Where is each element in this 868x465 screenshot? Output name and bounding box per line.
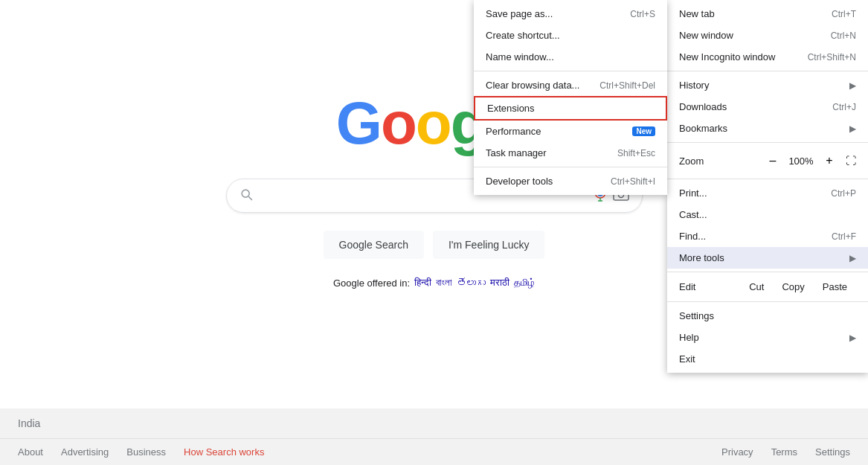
menu-new-incognito-label: New Incognito window — [679, 51, 775, 62]
menu-find-label: Find... — [679, 231, 706, 242]
footer-privacy[interactable]: Privacy — [721, 446, 753, 458]
submenu-task-manager[interactable]: Task manager Shift+Esc — [474, 142, 667, 164]
submenu-clear-browsing-shortcut: Ctrl+Shift+Del — [599, 80, 655, 91]
edit-buttons: Cut Copy Paste — [740, 278, 856, 295]
submenu-create-shortcut[interactable]: Create shortcut... — [474, 25, 667, 46]
logo-o1: o — [381, 90, 416, 156]
menu-new-window-label: New window — [679, 30, 733, 41]
menu-new-tab[interactable]: New tab Ctrl+T — [667, 3, 868, 25]
menu-new-incognito[interactable]: New Incognito window Ctrl+Shift+N — [667, 46, 868, 68]
offered-in: Google offered in: हिन्दी বাংলা తెలుగు म… — [333, 277, 535, 289]
menu-more-tools[interactable]: More tools ▶ — [667, 247, 868, 269]
google-search-button[interactable]: Google Search — [324, 231, 424, 259]
menu-bookmarks[interactable]: Bookmarks ▶ — [667, 118, 868, 139]
submenu-developer-tools-label: Developer tools — [486, 176, 553, 187]
menu-downloads-shortcut: Ctrl+J — [832, 102, 856, 112]
feeling-lucky-button[interactable]: I'm Feeling Lucky — [433, 231, 545, 259]
edit-copy-button[interactable]: Copy — [773, 278, 813, 295]
footer-about[interactable]: About — [18, 446, 43, 458]
lang-tamil[interactable]: தமிழ் — [514, 277, 535, 289]
footer-terms[interactable]: Terms — [771, 446, 797, 458]
zoom-fullscreen-button[interactable]: ⛶ — [846, 155, 856, 167]
zoom-value: 100% — [786, 155, 816, 167]
lang-hindi[interactable]: हिन्दी — [414, 277, 431, 289]
menu-new-incognito-shortcut: Ctrl+Shift+N — [808, 52, 856, 62]
offered-in-text: Google offered in: — [333, 278, 410, 289]
menu-history-arrow: ▶ — [849, 80, 856, 91]
menu-settings[interactable]: Settings — [667, 305, 868, 327]
footer-links: About Advertising Business How Search wo… — [0, 439, 868, 465]
menu-bookmarks-arrow: ▶ — [849, 124, 856, 134]
menu-print[interactable]: Print... Ctrl+P — [667, 182, 868, 204]
footer-left-links: About Advertising Business How Search wo… — [18, 446, 264, 458]
menu-new-tab-label: New tab — [679, 8, 715, 19]
menu-edit-row: Edit Cut Copy Paste — [667, 275, 868, 298]
submenu-clear-browsing[interactable]: Clear browsing data... Ctrl+Shift+Del — [474, 74, 667, 96]
menu-more-tools-label: More tools — [679, 252, 724, 263]
submenu-performance-label: Performance — [486, 126, 541, 137]
menu-find-shortcut: Ctrl+F — [832, 231, 856, 242]
lang-telugu[interactable]: తెలుగు — [457, 278, 486, 289]
menu-exit[interactable]: Exit — [667, 348, 868, 370]
edit-paste-button[interactable]: Paste — [814, 278, 856, 295]
menu-downloads[interactable]: Downloads Ctrl+J — [667, 96, 868, 118]
footer-right-links: Privacy Terms Settings — [721, 446, 850, 458]
footer-advertising[interactable]: Advertising — [61, 446, 109, 458]
menu-edit-label: Edit — [679, 281, 740, 292]
search-icon — [239, 187, 254, 205]
menu-zoom-row: Zoom – 100% + ⛶ — [667, 146, 868, 176]
submenu-divider1 — [474, 71, 667, 71]
menu-new-tab-shortcut: Ctrl+T — [832, 9, 856, 19]
zoom-controls: – 100% + ⛶ — [762, 150, 856, 171]
footer-country: India — [0, 408, 868, 439]
submenu-performance[interactable]: Performance New — [474, 121, 667, 142]
submenu-create-shortcut-label: Create shortcut... — [486, 30, 560, 41]
logo-o2: o — [416, 90, 451, 156]
menu-print-shortcut: Ctrl+P — [831, 188, 856, 199]
lang-bengali[interactable]: বাংলা — [436, 277, 452, 289]
menu-divider2 — [667, 142, 868, 143]
submenu-task-manager-shortcut: Shift+Esc — [617, 148, 655, 158]
menu-exit-label: Exit — [679, 353, 695, 365]
menu-find[interactable]: Find... Ctrl+F — [667, 225, 868, 247]
submenu-clear-browsing-label: Clear browsing data... — [486, 80, 579, 91]
menu-help-arrow: ▶ — [849, 333, 856, 343]
menu-history-label: History — [679, 80, 709, 91]
menu-help[interactable]: Help ▶ — [667, 327, 868, 348]
footer-how-search-works[interactable]: How Search works — [184, 446, 264, 458]
menu-divider3 — [667, 179, 868, 179]
submenu-save-page-shortcut: Ctrl+S — [630, 9, 655, 19]
menu-print-label: Print... — [679, 187, 707, 199]
menu-new-window[interactable]: New window Ctrl+N — [667, 25, 868, 46]
zoom-plus-button[interactable]: + — [819, 150, 840, 171]
chrome-menu: New tab Ctrl+T New window Ctrl+N New Inc… — [667, 0, 868, 373]
submenu-extensions-label: Extensions — [487, 103, 535, 114]
menu-help-label: Help — [679, 332, 699, 343]
submenu-developer-tools[interactable]: Developer tools Ctrl+Shift+I — [474, 170, 667, 192]
submenu-save-page-label: Save page as... — [486, 8, 553, 19]
menu-bookmarks-label: Bookmarks — [679, 123, 727, 134]
footer-business[interactable]: Business — [126, 446, 166, 458]
menu-new-window-shortcut: Ctrl+N — [831, 31, 856, 41]
submenu-save-page[interactable]: Save page as... Ctrl+S — [474, 3, 667, 25]
submenu-name-window-label: Name window... — [486, 51, 554, 62]
lang-marathi[interactable]: मराठी — [490, 277, 509, 289]
zoom-minus-button[interactable]: – — [762, 150, 783, 171]
search-buttons: Google Search I'm Feeling Lucky — [324, 231, 545, 259]
menu-history[interactable]: History ▶ — [667, 74, 868, 96]
menu-cast-label: Cast... — [679, 209, 707, 220]
menu-downloads-label: Downloads — [679, 101, 727, 112]
submenu-divider2 — [474, 167, 667, 167]
menu-divider1 — [667, 71, 868, 71]
submenu-name-window[interactable]: Name window... — [474, 46, 667, 68]
edit-cut-button[interactable]: Cut — [740, 278, 773, 295]
footer-settings[interactable]: Settings — [815, 446, 850, 458]
menu-divider4 — [667, 272, 868, 272]
submenu-extensions[interactable]: Extensions — [474, 96, 667, 121]
menu-settings-label: Settings — [679, 310, 714, 321]
menu-divider5 — [667, 301, 868, 302]
logo-g: G — [336, 90, 381, 156]
menu-cast[interactable]: Cast... — [667, 204, 868, 225]
more-tools-submenu: Save page as... Ctrl+S Create shortcut..… — [474, 0, 667, 195]
performance-new-badge: New — [632, 126, 655, 136]
